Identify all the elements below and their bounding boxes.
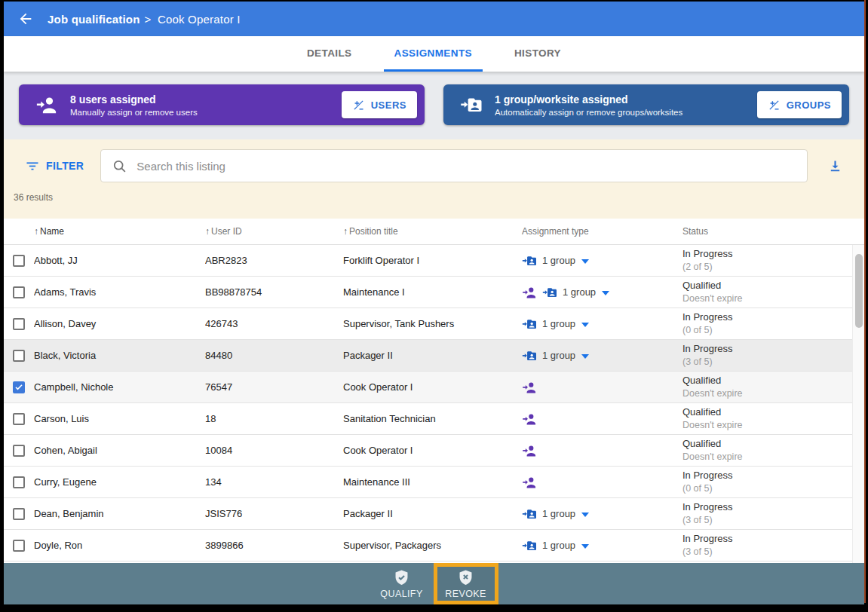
search-input[interactable]	[136, 160, 796, 173]
filter-button[interactable]: FILTER	[25, 149, 84, 182]
column-header-name[interactable]: ↑ Name	[34, 226, 205, 237]
group-count-label: 1 group	[542, 508, 575, 519]
row-checkbox[interactable]	[13, 476, 25, 488]
row-checkbox[interactable]	[13, 381, 25, 393]
tab-bar: DETAILS ASSIGNMENTS HISTORY	[4, 36, 864, 72]
row-status: Qualified Doesn't expire	[682, 279, 852, 305]
table-row[interactable]: Carson, Luis 18 Sanitation Technician Qu…	[4, 403, 852, 435]
status-text: In Progress	[682, 247, 852, 261]
status-text: In Progress	[682, 532, 852, 546]
row-name: Cohen, Abigail	[34, 445, 205, 456]
group-assignment-icon	[542, 285, 557, 300]
row-position-title: Cook Operator I	[343, 381, 522, 393]
group-assignment-icon	[522, 317, 537, 332]
row-assignment-type: 1 group	[522, 285, 682, 300]
status-text: Qualified	[682, 437, 852, 451]
qualify-button[interactable]: QUALIFY	[370, 563, 434, 604]
row-checkbox[interactable]	[13, 286, 25, 298]
row-checkbox[interactable]	[13, 508, 25, 520]
chevron-down-icon[interactable]	[581, 259, 589, 264]
column-header-assignment-type[interactable]: Assignment type	[522, 226, 682, 237]
group-count-label: 1 group	[542, 318, 575, 329]
tab-assignments[interactable]: ASSIGNMENTS	[384, 36, 483, 72]
column-header-user-id[interactable]: ↑ User ID	[205, 226, 343, 237]
row-user-id: 134	[205, 476, 343, 488]
download-icon[interactable]	[827, 158, 843, 174]
row-status: Qualified Doesn't expire	[682, 437, 852, 464]
row-user-id: JSIS776	[205, 508, 343, 519]
breadcrumb-separator: >	[145, 13, 152, 26]
column-header-status[interactable]: Status	[682, 226, 852, 237]
table-row[interactable]: Abbott, JJ ABR2823 Forklift Operator I 1…	[4, 245, 852, 277]
group-assignment-icon	[522, 253, 537, 268]
row-checkbox[interactable]	[13, 413, 25, 425]
breadcrumb: Job qualification> Cook Operator I	[48, 13, 241, 26]
table-row[interactable]: Dean, Benjamin JSIS776 Packager II 1 gro…	[4, 498, 852, 530]
chevron-down-icon[interactable]	[602, 291, 609, 295]
row-checkbox[interactable]	[13, 255, 25, 267]
row-checkbox[interactable]	[13, 540, 25, 552]
chevron-down-icon[interactable]	[581, 354, 589, 359]
tab-history[interactable]: HISTORY	[504, 36, 572, 72]
status-detail: (3 of 5)	[682, 356, 852, 369]
revoke-button[interactable]: REVOKE	[437, 567, 495, 601]
row-name: Black, Victoria	[34, 350, 205, 361]
back-arrow-icon[interactable]	[16, 9, 35, 29]
table-row[interactable]: Adams, Travis BB98878754 Maintenance I 1…	[4, 277, 852, 308]
status-detail: (3 of 5)	[682, 546, 852, 558]
scrollbar-track[interactable]	[852, 245, 864, 563]
table-header: ↑ Name ↑ User ID ↑ Position title Assign…	[4, 219, 864, 245]
users-button[interactable]: USERS	[342, 91, 417, 118]
users-button-label: USERS	[371, 99, 406, 111]
row-checkbox[interactable]	[13, 445, 25, 457]
column-header-position-title[interactable]: ↑ Position title	[343, 226, 522, 237]
table-row[interactable]: Allison, Davey 426743 Supervisor, Tank P…	[4, 308, 852, 340]
row-position-title: Supervisor, Tank Pushers	[343, 318, 522, 329]
group-add-icon	[460, 93, 483, 116]
status-detail: Doesn't expire	[682, 387, 852, 400]
row-checkbox[interactable]	[13, 318, 25, 330]
filter-button-label: FILTER	[46, 160, 84, 172]
status-text: In Progress	[682, 500, 852, 514]
chevron-down-icon[interactable]	[581, 323, 589, 327]
row-assignment-type: 1 group	[522, 317, 682, 332]
user-assignment-icon	[522, 412, 537, 427]
status-detail: (0 of 5)	[682, 482, 852, 495]
qualify-button-label: QUALIFY	[380, 589, 422, 599]
status-detail: Doesn't expire	[682, 451, 852, 464]
group-assignment-icon	[522, 538, 537, 553]
sort-ascending-icon: ↑	[205, 226, 210, 237]
group-count-label: 1 group	[542, 350, 575, 361]
tab-details[interactable]: DETAILS	[296, 36, 363, 72]
row-name: Dean, Benjamin	[34, 508, 205, 519]
row-position-title: Forklift Operator I	[343, 255, 522, 266]
user-assignment-icon	[522, 380, 537, 395]
search-icon	[112, 158, 127, 174]
row-position-title: Maintenance III	[343, 476, 522, 488]
chevron-down-icon[interactable]	[581, 513, 589, 517]
row-checkbox[interactable]	[13, 350, 25, 362]
row-assignment-type: 1 group	[522, 348, 682, 363]
status-text: Qualified	[682, 374, 852, 387]
row-position-title: Maintenance I	[343, 286, 522, 298]
row-status: Qualified Doesn't expire	[682, 374, 852, 400]
scrollbar-thumb[interactable]	[855, 254, 863, 328]
group-count-label: 1 group	[542, 540, 575, 551]
table-row[interactable]: Cohen, Abigail 10084 Cook Operator I Qua…	[4, 435, 852, 467]
status-detail: (0 of 5)	[682, 324, 852, 337]
table-row[interactable]: Black, Victoria 84480 Packager II 1 grou…	[4, 340, 852, 372]
row-name: Abbott, JJ	[34, 255, 205, 266]
groups-assigned-card: 1 group/worksite assigned Automatically …	[443, 84, 849, 125]
chevron-down-icon[interactable]	[581, 544, 589, 549]
table-row[interactable]: Doyle, Ron 3899866 Supervisor, Packagers…	[4, 530, 852, 562]
row-status: Qualified Doesn't expire	[682, 405, 852, 432]
assignment-cards: 8 users assigned Manually assign or remo…	[4, 72, 864, 139]
status-text: In Progress	[682, 342, 852, 356]
groups-button[interactable]: GROUPS	[757, 91, 842, 118]
table-row[interactable]: Curry, Eugene 134 Maintenance III In Pro…	[4, 467, 852, 498]
table-row[interactable]: Campbell, Nichole 76547 Cook Operator I …	[4, 372, 852, 403]
row-assignment-type	[522, 380, 682, 395]
row-name: Curry, Eugene	[34, 476, 205, 488]
status-detail: Doesn't expire	[682, 292, 852, 305]
breadcrumb-root: Job qualification	[48, 13, 140, 26]
